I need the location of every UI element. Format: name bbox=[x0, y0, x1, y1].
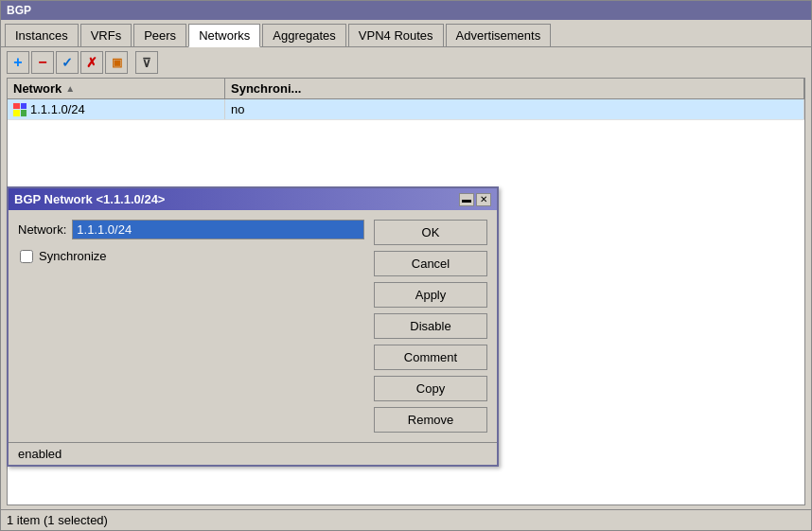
dialog-minimize-button[interactable]: ▬ bbox=[459, 193, 474, 206]
filter-button[interactable]: ⊽ bbox=[135, 51, 158, 74]
tab-aggregates[interactable]: Aggregates bbox=[262, 24, 346, 46]
tab-bar: Instances VRFs Peers Networks Aggregates… bbox=[1, 20, 811, 47]
disable-button[interactable]: Disable bbox=[374, 313, 487, 339]
cross-button[interactable]: ✗ bbox=[80, 51, 103, 74]
tab-instances[interactable]: Instances bbox=[5, 24, 79, 46]
network-input[interactable] bbox=[72, 220, 364, 239]
sort-arrow-network: ▲ bbox=[65, 83, 75, 94]
dialog-title-bar: BGP Network <1.1.1.0/24> ▬ ✕ bbox=[9, 188, 497, 210]
dialog-body: Network: Synchronize OK Cancel Apply Dis… bbox=[9, 210, 497, 442]
col-network: Network ▲ bbox=[8, 79, 225, 98]
remove-button-dialog[interactable]: Remove bbox=[374, 407, 487, 433]
ok-button[interactable]: OK bbox=[374, 220, 487, 245]
dialog-close-button[interactable]: ✕ bbox=[476, 193, 491, 206]
tab-peers[interactable]: Peers bbox=[133, 24, 186, 46]
box-button[interactable]: ▣ bbox=[105, 51, 128, 74]
tab-networks[interactable]: Networks bbox=[188, 24, 260, 47]
copy-button[interactable]: Copy bbox=[374, 376, 487, 401]
dialog-title-buttons: ▬ ✕ bbox=[459, 193, 491, 206]
remove-button[interactable]: − bbox=[31, 51, 54, 74]
sync-checkbox[interactable] bbox=[20, 250, 33, 263]
main-window: BGP Instances VRFs Peers Networks Aggreg… bbox=[0, 0, 812, 531]
table-header: Network ▲ Synchroni... bbox=[8, 79, 804, 99]
tab-vrfs[interactable]: VRFs bbox=[80, 24, 132, 46]
sync-label: Synchronize bbox=[39, 249, 107, 263]
dialog-right-panel: OK Cancel Apply Disable Comment Copy Rem… bbox=[374, 220, 487, 433]
network-label: Network: bbox=[18, 222, 66, 237]
table-row[interactable]: 1.1.1.0/24 no bbox=[8, 99, 804, 120]
dialog-title-text: BGP Network <1.1.1.0/24> bbox=[14, 192, 165, 206]
add-button[interactable]: + bbox=[7, 51, 29, 74]
cell-network: 1.1.1.0/24 bbox=[8, 99, 225, 119]
status-bar: 1 item (1 selected) bbox=[1, 509, 811, 530]
dialog-left-panel: Network: Synchronize bbox=[18, 220, 364, 433]
network-icon bbox=[13, 103, 26, 116]
tab-vpn4routes[interactable]: VPN4 Routes bbox=[348, 24, 444, 46]
cell-sync: no bbox=[225, 99, 804, 119]
comment-button[interactable]: Comment bbox=[374, 345, 487, 370]
check-button[interactable]: ✓ bbox=[56, 51, 79, 74]
apply-button[interactable]: Apply bbox=[374, 282, 487, 308]
toolbar: + − ✓ ✗ ▣ ⊽ bbox=[1, 47, 811, 78]
window-title: BGP bbox=[1, 1, 811, 20]
sync-checkbox-row: Synchronize bbox=[18, 249, 364, 263]
tab-advertisements[interactable]: Advertisements bbox=[446, 24, 552, 46]
col-sync: Synchroni... bbox=[225, 79, 804, 98]
dialog-status: enabled bbox=[9, 442, 497, 465]
cancel-button[interactable]: Cancel bbox=[374, 251, 487, 276]
network-field-row: Network: bbox=[18, 220, 364, 239]
network-dialog: BGP Network <1.1.1.0/24> ▬ ✕ Network: Sy… bbox=[7, 186, 499, 467]
